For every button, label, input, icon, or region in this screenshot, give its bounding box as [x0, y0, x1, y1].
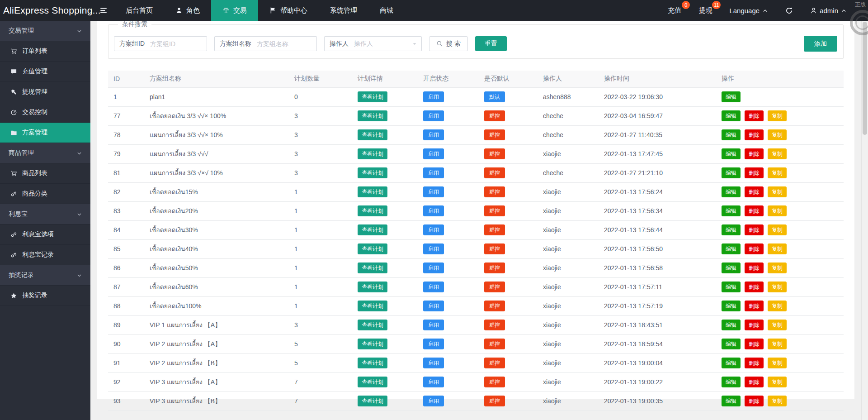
group-control-badge[interactable]: 群控 — [484, 282, 505, 292]
group-control-badge[interactable]: 群控 — [484, 110, 505, 121]
delete-button[interactable]: 删除 — [745, 262, 764, 273]
edit-button[interactable]: 编辑 — [722, 129, 741, 140]
sidebar-group-lottery[interactable]: 抽奖记录 — [0, 265, 90, 286]
edit-button[interactable]: 编辑 — [722, 205, 741, 216]
group-control-badge[interactable]: 群控 — [484, 186, 505, 197]
copy-button[interactable]: 复制 — [768, 186, 787, 197]
sidebar-group-lixibao[interactable]: 利息宝 — [0, 204, 90, 224]
view-plan-button[interactable]: 查看计划 — [358, 358, 387, 368]
view-plan-button[interactable]: 查看计划 — [358, 282, 387, 292]
sidebar-item-recharge-manage[interactable]: 充值管理 — [0, 62, 90, 82]
group-control-badge[interactable]: 群控 — [484, 262, 505, 273]
view-plan-button[interactable]: 查看计划 — [358, 377, 387, 387]
delete-button[interactable]: 删除 — [745, 301, 764, 311]
group-control-badge[interactable]: 群控 — [484, 377, 505, 387]
sidebar-item-plan-manage[interactable]: 方案管理 — [0, 123, 90, 143]
enable-button[interactable]: 启用 — [423, 243, 444, 254]
edit-button[interactable]: 编辑 — [722, 377, 741, 387]
plan-id-input[interactable] — [146, 37, 207, 50]
group-control-badge[interactable]: 群控 — [484, 205, 505, 216]
operator-select[interactable]: 操作人 操作人 — [324, 36, 422, 51]
copy-button[interactable]: 复制 — [768, 205, 787, 216]
enable-button[interactable]: 启用 — [423, 186, 444, 197]
sidebar-item-lixibao-records[interactable]: 利息宝记录 — [0, 245, 90, 265]
edit-button[interactable]: 编辑 — [722, 91, 741, 102]
copy-button[interactable]: 复制 — [768, 339, 787, 349]
delete-button[interactable]: 删除 — [745, 186, 764, 197]
view-plan-button[interactable]: 查看计划 — [358, 167, 387, 178]
edit-button[interactable]: 编辑 — [722, 320, 741, 330]
nav-item-help[interactable]: 帮助中心 — [258, 0, 319, 21]
enable-button[interactable]: 启用 — [423, 339, 444, 349]
enable-button[interactable]: 启用 — [423, 224, 444, 235]
copy-button[interactable]: 复制 — [768, 224, 787, 235]
enable-button[interactable]: 启用 — [423, 358, 444, 368]
delete-button[interactable]: 删除 — [745, 110, 764, 121]
enable-button[interactable]: 启用 — [423, 129, 444, 140]
edit-button[interactable]: 编辑 — [722, 243, 741, 254]
view-plan-button[interactable]: 查看计划 — [358, 339, 387, 349]
sidebar-item-lixibao-options[interactable]: 利息宝选项 — [0, 224, 90, 245]
sidebar-item-order-list[interactable]: 订单列表 — [0, 41, 90, 62]
enable-button[interactable]: 启用 — [423, 91, 444, 102]
view-plan-button[interactable]: 查看计划 — [358, 243, 387, 254]
view-plan-button[interactable]: 查看计划 — [358, 396, 387, 406]
edit-button[interactable]: 编辑 — [722, 358, 741, 368]
copy-button[interactable]: 复制 — [768, 243, 787, 254]
add-button[interactable]: 添加 — [804, 36, 837, 52]
enable-button[interactable]: 启用 — [423, 282, 444, 292]
copy-button[interactable]: 复制 — [768, 262, 787, 273]
view-plan-button[interactable]: 查看计划 — [358, 224, 387, 235]
view-plan-button[interactable]: 查看计划 — [358, 186, 387, 197]
delete-button[interactable]: 删除 — [745, 205, 764, 216]
enable-button[interactable]: 启用 — [423, 377, 444, 387]
nav-item-trade[interactable]: 交易 — [211, 0, 258, 21]
delete-button[interactable]: 删除 — [745, 282, 764, 292]
edit-button[interactable]: 编辑 — [722, 224, 741, 235]
sidebar-item-goods-category[interactable]: 商品分类 — [0, 184, 90, 204]
enable-button[interactable]: 启用 — [423, 301, 444, 311]
sidebar-group-trade-manage[interactable]: 交易管理 — [0, 21, 90, 41]
edit-button[interactable]: 编辑 — [722, 110, 741, 121]
enable-button[interactable]: 启用 — [423, 148, 444, 159]
delete-button[interactable]: 删除 — [745, 148, 764, 159]
sidebar-item-withdraw-manage[interactable]: 提现管理 — [0, 82, 90, 102]
nav-item-roles[interactable]: 角色 — [164, 0, 211, 21]
edit-button[interactable]: 编辑 — [722, 301, 741, 311]
nav-item-home[interactable]: 后台首页 — [114, 0, 164, 21]
view-plan-button[interactable]: 查看计划 — [358, 110, 387, 121]
delete-button[interactable]: 删除 — [745, 339, 764, 349]
nav-withdraw[interactable]: 提现 11 — [690, 0, 721, 21]
enable-button[interactable]: 启用 — [423, 110, 444, 121]
delete-button[interactable]: 删除 — [745, 358, 764, 368]
edit-button[interactable]: 编辑 — [722, 339, 741, 349]
nav-item-mall[interactable]: 商城 — [368, 0, 405, 21]
sidebar-item-goods-list[interactable]: 商品列表 — [0, 163, 90, 184]
edit-button[interactable]: 编辑 — [722, 262, 741, 273]
edit-button[interactable]: 编辑 — [722, 167, 741, 178]
delete-button[interactable]: 删除 — [745, 167, 764, 178]
group-control-badge[interactable]: 群控 — [484, 224, 505, 235]
sidebar-item-lottery-records[interactable]: 抽奖记录 — [0, 286, 90, 306]
group-control-badge[interactable]: 群控 — [484, 148, 505, 159]
language-dropdown[interactable]: Language — [721, 0, 777, 21]
view-plan-button[interactable]: 查看计划 — [358, 129, 387, 140]
copy-button[interactable]: 复制 — [768, 358, 787, 368]
delete-button[interactable]: 删除 — [745, 396, 764, 406]
copy-button[interactable]: 复制 — [768, 282, 787, 292]
page-scrollbar[interactable] — [861, 21, 868, 420]
copy-button[interactable]: 复制 — [768, 320, 787, 330]
sidebar-group-goods-manage[interactable]: 商品管理 — [0, 143, 90, 163]
copy-button[interactable]: 复制 — [768, 110, 787, 121]
copy-button[interactable]: 复制 — [768, 301, 787, 311]
sidebar-item-trade-control[interactable]: 交易控制 — [0, 102, 90, 123]
view-plan-button[interactable]: 查看计划 — [358, 301, 387, 311]
group-control-badge[interactable]: 群控 — [484, 129, 505, 140]
group-control-badge[interactable]: 群控 — [484, 358, 505, 368]
enable-button[interactable]: 启用 — [423, 205, 444, 216]
view-plan-button[interactable]: 查看计划 — [358, 262, 387, 273]
group-control-badge[interactable]: 群控 — [484, 339, 505, 349]
edit-button[interactable]: 编辑 — [722, 396, 741, 406]
view-plan-button[interactable]: 查看计划 — [358, 91, 387, 102]
view-plan-button[interactable]: 查看计划 — [358, 148, 387, 159]
